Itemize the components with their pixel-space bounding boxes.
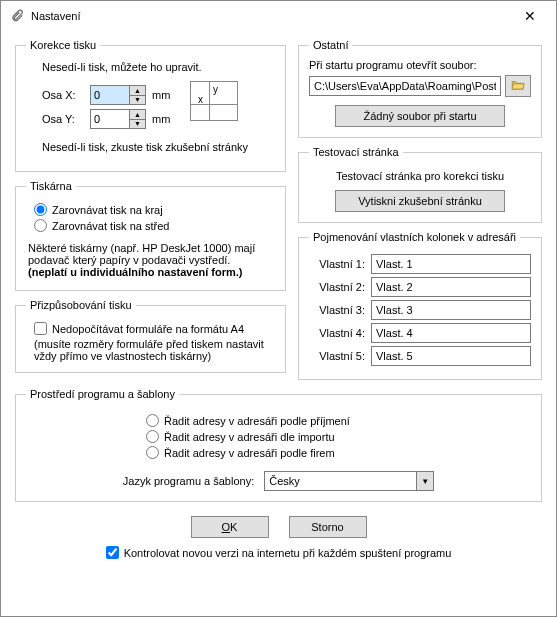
- legend-prostredi: Prostředí programu a šablony: [26, 388, 179, 400]
- chevron-down-icon[interactable]: ▼: [416, 472, 433, 490]
- prizp-note: (musíte rozměry formuláře před tiskem na…: [34, 338, 275, 362]
- axis-diagram: y x: [190, 81, 238, 121]
- lang-value: Česky: [265, 475, 416, 487]
- col4-label: Vlastní 4:: [309, 327, 365, 339]
- radio-sort-company-label: Řadit adresy v adresáři podle firem: [164, 447, 335, 459]
- osa-x-value[interactable]: [91, 86, 129, 104]
- group-columns: Pojmenování vlastních kolonek v adresáři…: [298, 231, 542, 380]
- check-updates-label: Kontrolovat novou verzi na internetu při…: [124, 547, 452, 559]
- print-test-button[interactable]: Vytiskni zkušební stránku: [335, 190, 505, 212]
- printer-note: Některé tiskárny (např. HP DeskJet 1000)…: [28, 242, 273, 278]
- col3-input[interactable]: [371, 300, 531, 320]
- col1-label: Vlastní 1:: [309, 258, 365, 270]
- startup-file-input[interactable]: [309, 76, 501, 96]
- spin-up-icon[interactable]: ▲: [130, 110, 145, 120]
- folder-open-icon: [511, 79, 525, 93]
- check-nedopocitavat-label: Nedopočítávat formuláře na formátu A4: [52, 323, 244, 335]
- col3-label: Vlastní 3:: [309, 304, 365, 316]
- open-file-label: Při startu programu otevřít soubor:: [309, 59, 531, 71]
- radio-sort-surname-label: Řadit adresy v adresáři podle příjmení: [164, 415, 350, 427]
- col5-label: Vlastní 5:: [309, 350, 365, 362]
- browse-button[interactable]: [505, 75, 531, 97]
- korekce-note-bottom: Nesedí-li tisk, zkuste tisk zkušební str…: [42, 141, 275, 153]
- radio-align-center[interactable]: [34, 219, 47, 232]
- group-tiskarna: Tiskárna Zarovnávat tisk na kraj Zarovná…: [15, 180, 286, 291]
- group-prostredi: Prostředí programu a šablony Řadit adres…: [15, 388, 542, 502]
- window-title: Nastavení: [31, 10, 510, 22]
- ok-button[interactable]: OK: [191, 516, 269, 538]
- unit-mm: mm: [152, 89, 176, 101]
- col5-input[interactable]: [371, 346, 531, 366]
- close-button[interactable]: ✕: [510, 2, 550, 30]
- spin-down-icon[interactable]: ▼: [130, 120, 145, 129]
- col2-label: Vlastní 2:: [309, 281, 365, 293]
- content-area: Korekce tisku Nesedí-li tisk, můžete ho …: [1, 31, 556, 616]
- group-testovaci: Testovací stránka Testovací stránka pro …: [298, 146, 542, 223]
- radio-align-center-label: Zarovnávat tisk na střed: [52, 220, 169, 232]
- osa-y-label: Osa Y:: [42, 113, 84, 125]
- legend-korekce: Korekce tisku: [26, 39, 100, 51]
- legend-test: Testovací stránka: [309, 146, 403, 158]
- titlebar: Nastavení ✕: [1, 1, 556, 31]
- legend-tiskarna: Tiskárna: [26, 180, 76, 192]
- legend-prizp: Přizpůsobování tisku: [26, 299, 136, 311]
- legend-ostatni: Ostatní: [309, 39, 352, 51]
- cancel-button[interactable]: Storno: [289, 516, 367, 538]
- radio-sort-import[interactable]: [146, 430, 159, 443]
- korekce-note-top: Nesedí-li tisk, můžete ho upravit.: [42, 61, 275, 73]
- group-ostatni: Ostatní Při startu programu otevřít soub…: [298, 39, 542, 138]
- lang-label: Jazyk programu a šablony:: [123, 475, 254, 487]
- paperclip-icon: [9, 8, 25, 24]
- no-file-button[interactable]: Žádný soubor při startu: [335, 105, 505, 127]
- unit-mm: mm: [152, 113, 176, 125]
- lang-combo[interactable]: Česky ▼: [264, 471, 434, 491]
- radio-sort-company[interactable]: [146, 446, 159, 459]
- radio-align-edge-label: Zarovnávat tisk na kraj: [52, 204, 163, 216]
- settings-window: Nastavení ✕ Korekce tisku Nesedí-li tisk…: [0, 0, 557, 617]
- spin-up-icon[interactable]: ▲: [130, 86, 145, 96]
- radio-sort-surname[interactable]: [146, 414, 159, 427]
- legend-columns: Pojmenování vlastních kolonek v adresáři: [309, 231, 520, 243]
- group-korekce-tisku: Korekce tisku Nesedí-li tisk, můžete ho …: [15, 39, 286, 172]
- col2-input[interactable]: [371, 277, 531, 297]
- radio-align-edge[interactable]: [34, 203, 47, 216]
- osa-x-label: Osa X:: [42, 89, 84, 101]
- osa-y-value[interactable]: [91, 110, 129, 128]
- osa-y-input[interactable]: ▲ ▼: [90, 109, 146, 129]
- col4-input[interactable]: [371, 323, 531, 343]
- spin-down-icon[interactable]: ▼: [130, 96, 145, 105]
- test-note: Testovací stránka pro korekci tisku: [309, 170, 531, 182]
- check-updates[interactable]: [106, 546, 119, 559]
- osa-x-input[interactable]: ▲ ▼: [90, 85, 146, 105]
- check-nedopocitavat[interactable]: [34, 322, 47, 335]
- radio-sort-import-label: Řadit adresy v adresáři dle importu: [164, 431, 335, 443]
- col1-input[interactable]: [371, 254, 531, 274]
- group-prizpusobovani: Přizpůsobování tisku Nedopočítávat formu…: [15, 299, 286, 373]
- close-icon: ✕: [524, 8, 536, 24]
